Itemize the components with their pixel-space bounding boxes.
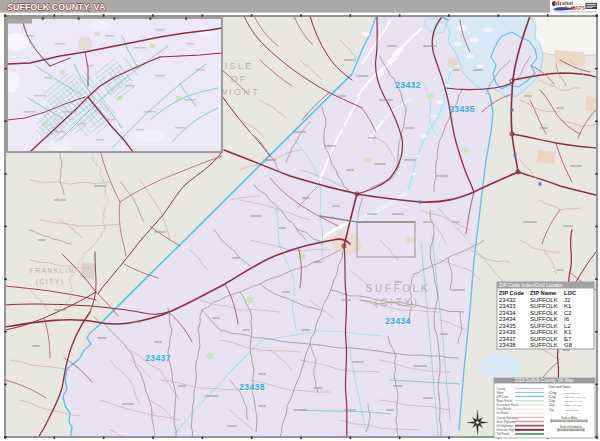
svg-text:J2: J2 (564, 297, 571, 303)
svg-text:ISLE: ISLE (225, 60, 254, 71)
svg-text:100,000 - 249,999: 100,000 - 249,999 (565, 396, 586, 399)
svg-text:C2: C2 (564, 310, 572, 316)
svg-text:Under 5,000: Under 5,000 (565, 409, 579, 412)
svg-text:SUFFOLK: SUFFOLK (530, 297, 558, 303)
svg-text:SUFFOLK: SUFFOLK (530, 342, 558, 348)
svg-text:23437: 23437 (499, 336, 516, 342)
svg-text:I6: I6 (564, 316, 570, 322)
svg-text:SUFFOLK: SUFFOLK (366, 283, 430, 294)
svg-text:(CITY): (CITY) (36, 278, 64, 286)
svg-text:City: City (549, 403, 555, 407)
svg-text:Scale in Kilometers: Scale in Kilometers (560, 425, 583, 429)
svg-text:Over 250,000: Over 250,000 (565, 392, 581, 395)
svg-text:LOC: LOC (564, 290, 577, 296)
svg-text:L2: L2 (564, 323, 571, 329)
svg-text:OF: OF (230, 73, 247, 84)
svg-text:City: City (549, 394, 556, 399)
svg-text:23432: 23432 (499, 297, 516, 303)
svg-text:MAPS: MAPS (571, 6, 586, 11)
svg-text:23433: 23433 (499, 303, 516, 309)
svg-text:23435: 23435 (499, 323, 516, 329)
svg-text:G8: G8 (564, 342, 573, 348)
svg-text:Cities and Towns: Cities and Towns (548, 385, 571, 389)
svg-text:SUFFOLK: SUFFOLK (530, 329, 558, 335)
svg-text:K1: K1 (564, 329, 572, 335)
svg-text:SUFFOLK: SUFFOLK (530, 310, 558, 316)
svg-text:23437: 23437 (145, 353, 171, 363)
svg-text:23434: 23434 (499, 316, 516, 322)
svg-text:SUFFOLK COUNTY, VA: SUFFOLK COUNTY, VA (7, 2, 106, 12)
svg-text:K1: K1 (564, 303, 572, 309)
svg-text:23438: 23438 (499, 342, 516, 348)
svg-text:SUFFOLK: SUFFOLK (530, 316, 558, 322)
svg-text:5,000 - 24,999: 5,000 - 24,999 (565, 404, 582, 407)
svg-text:FRANKLIN: FRANKLIN (29, 267, 74, 274)
svg-text:SUFFOLK: SUFFOLK (530, 323, 558, 329)
svg-text:Scale in Miles: Scale in Miles (561, 416, 578, 420)
svg-text:23436: 23436 (499, 329, 516, 335)
svg-text:23434: 23434 (385, 316, 411, 326)
svg-text:SUFFOLK: SUFFOLK (530, 336, 558, 342)
svg-text:Toll Roads: Toll Roads (497, 432, 511, 436)
svg-text:ZIP Name: ZIP Name (530, 290, 557, 296)
svg-text:ZIP Code: ZIP Code (499, 290, 525, 296)
svg-text:23438: 23438 (239, 382, 265, 392)
svg-text:23435: 23435 (449, 104, 475, 114)
svg-text:25,000 - 99,999: 25,000 - 99,999 (565, 400, 583, 403)
svg-text:WIGHT: WIGHT (218, 86, 260, 97)
svg-text:(CITY): (CITY) (374, 297, 419, 308)
svg-text:SUFFOLK: SUFFOLK (530, 303, 558, 309)
svg-text:23434: 23434 (499, 310, 516, 316)
svg-text:City: City (549, 408, 554, 412)
svg-text:E7: E7 (564, 336, 572, 342)
svg-text:ZIP Code Index/Grid Locator: ZIP Code Index/Grid Locator (499, 282, 563, 288)
svg-text:23432: 23432 (395, 80, 421, 90)
svg-text:2019 Suffolk County, VA Map: 2019 Suffolk County, VA Map (514, 378, 574, 383)
